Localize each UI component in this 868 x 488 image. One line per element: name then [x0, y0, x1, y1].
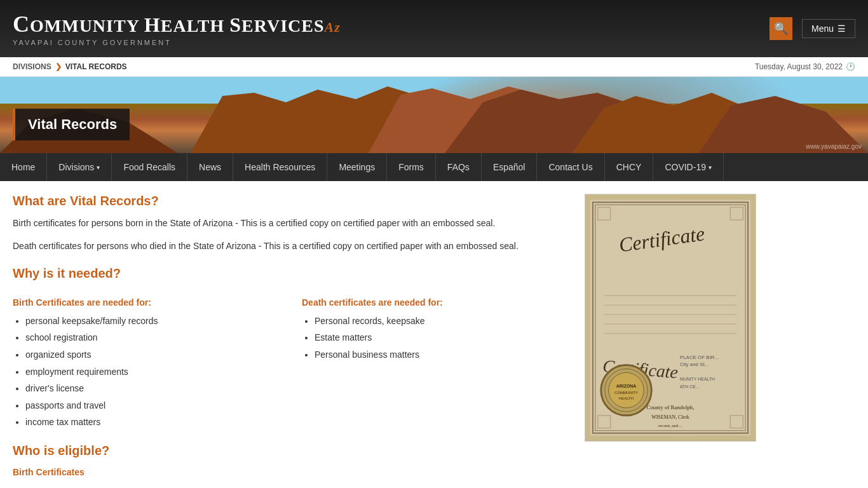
nav-meetings[interactable]: Meetings [327, 153, 387, 181]
two-col-section: Birth Certificates are needed for: perso… [13, 288, 572, 431]
eligible-heading: Who is eligible? [13, 444, 572, 458]
birth-col: Birth Certificates are needed for: perso… [13, 288, 283, 431]
death-para: Death certificates for persons who died … [13, 239, 572, 253]
breadcrumb-sep: ❯ [55, 62, 62, 71]
nav-contact[interactable]: Contact Us [537, 153, 604, 181]
list-item: personal keepsake/family records [25, 313, 283, 330]
header-right: 🔍 Menu ☰ [770, 17, 855, 40]
hero-rocks-svg [0, 83, 868, 153]
list-item: Estate matters [315, 329, 572, 346]
list-item: income tax matters [25, 414, 283, 431]
sidebar-image: Certificate Certificate ARIZONA COMMUNIT… [585, 194, 756, 482]
list-item: school registration [25, 329, 283, 346]
nav-food-recalls[interactable]: Food Recalls [112, 153, 187, 181]
svg-text:ATH CE...: ATH CE... [680, 384, 700, 389]
why-heading: Why is it needed? [13, 266, 572, 281]
hero-banner: Vital Records www.yavapaiaz.gov [0, 77, 868, 153]
list-item: organized sports [25, 346, 283, 363]
list-item: employment requirements [25, 363, 283, 381]
svg-text:COMMUNITY: COMMUNITY [614, 391, 638, 395]
death-col: Death certificates are needed for: Perso… [302, 288, 572, 431]
list-item: Personal business matters [315, 346, 572, 363]
main-content: What are Vital Records? Birth certificat… [0, 181, 868, 488]
svg-text:WISEMAN, Clerk: WISEMAN, Clerk [651, 414, 689, 420]
svg-text:PLACE OF BIR...: PLACE OF BIR... [680, 355, 719, 360]
divisions-arrow: ▾ [97, 164, 100, 171]
nav-chcy[interactable]: CHCY [605, 153, 654, 181]
date-display: Tuesday, August 30, 2022 🕐 [755, 62, 855, 71]
nav-forms[interactable]: Forms [387, 153, 436, 181]
svg-text:ARIZONA: ARIZONA [616, 384, 637, 388]
main-nav: Home Divisions ▾ Food Recalls News Healt… [0, 153, 868, 181]
svg-text:County of Randolph,: County of Randolph, [646, 404, 694, 410]
svg-text:HEALTH: HEALTH [619, 396, 634, 400]
breadcrumb-divisions[interactable]: DIVISIONS [13, 62, 51, 71]
svg-text:City and St...: City and St... [680, 362, 709, 367]
certificate-svg: Certificate Certificate ARIZONA COMMUNIT… [585, 194, 756, 442]
nav-health-resources[interactable]: Health Resources [233, 153, 327, 181]
covid-arrow: ▾ [709, 164, 712, 171]
breadcrumb-current: VITAL RECORDS [65, 62, 127, 71]
svg-text:MUNITY HEALTH: MUNITY HEALTH [680, 377, 715, 381]
clock-icon: 🕐 [846, 62, 855, 71]
nav-news[interactable]: News [187, 153, 233, 181]
breadcrumb: DIVISIONS ❯ VITAL RECORDS [13, 62, 127, 71]
birth-list: personal keepsake/family records school … [13, 313, 283, 431]
list-item: passports and travel [25, 397, 283, 414]
search-button[interactable]: 🔍 [770, 17, 792, 40]
logo-text: COMMUNITY HEALTH SERVICESAz [13, 11, 341, 37]
page-title: Vital Records [28, 116, 117, 133]
nav-divisions[interactable]: Divisions ▾ [47, 153, 112, 181]
date-text: Tuesday, August 30, 2022 [755, 62, 843, 71]
nav-home[interactable]: Home [0, 153, 47, 181]
content-area: What are Vital Records? Birth certificat… [13, 194, 572, 482]
list-item: Personal records, keepsake [315, 313, 572, 330]
birth-cert-heading: Birth Certificates are needed for: [13, 297, 283, 308]
svg-text:record, and ...: record, and ... [658, 423, 682, 428]
logo-area: COMMUNITY HEALTH SERVICESAz Yavapai Coun… [13, 11, 341, 46]
nav-covid[interactable]: COVID-19 ▾ [653, 153, 724, 181]
menu-button[interactable]: Menu ☰ [802, 19, 855, 38]
top-bar: DIVISIONS ❯ VITAL RECORDS Tuesday, Augus… [0, 57, 868, 77]
nav-espanol[interactable]: Español [482, 153, 538, 181]
death-list: Personal records, keepsake Estate matter… [302, 313, 572, 363]
nav-faqs[interactable]: FAQs [436, 153, 482, 181]
menu-icon: ☰ [837, 24, 846, 34]
birth-cert-sub: Birth Certificates [13, 467, 572, 477]
menu-label: Menu [811, 24, 834, 34]
logo-subtitle: Yavapai County Government [13, 39, 341, 46]
birth-para: Birth certificates for persons born in t… [13, 216, 572, 230]
certificate-image: Certificate Certificate ARIZONA COMMUNIT… [585, 194, 756, 442]
death-cert-heading: Death certificates are needed for: [302, 297, 572, 308]
list-item: driver's license [25, 380, 283, 397]
what-heading: What are Vital Records? [13, 194, 572, 208]
page-title-box: Vital Records [13, 109, 130, 140]
site-header: COMMUNITY HEALTH SERVICESAz Yavapai Coun… [0, 0, 868, 57]
hero-watermark: www.yavapaiaz.gov [806, 143, 862, 150]
